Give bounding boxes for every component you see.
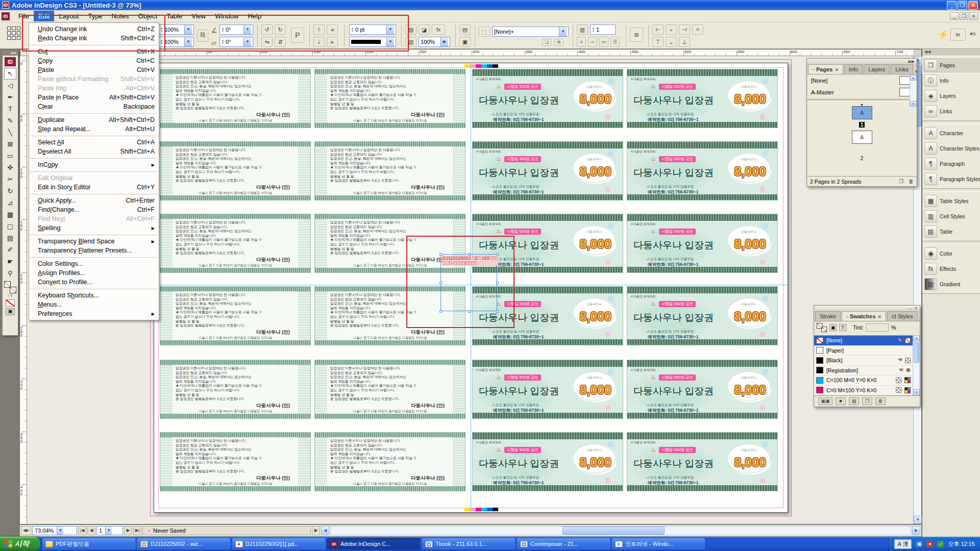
delete-swatch-button[interactable]: 🗑 (875, 397, 886, 405)
break-link-style-icon[interactable]: ⧉ (554, 39, 564, 46)
dock-item-paragraph[interactable]: ¶Paragraph (922, 156, 980, 171)
spread-1[interactable]: ▼ A 1 (807, 104, 917, 129)
menu-file[interactable]: File (14, 11, 34, 21)
doc-close-button[interactable]: ✕ (969, 12, 978, 20)
button-tool[interactable]: ✜ (4, 162, 16, 173)
tab-links[interactable]: Links (891, 64, 913, 74)
align-top-icon[interactable]: ≡ (577, 37, 586, 47)
close-button[interactable]: ✕ (968, 1, 978, 10)
free-transform-tool[interactable]: ▢ (4, 220, 16, 232)
taskbar-task[interactable]: e인트라넷 - Windo... (612, 538, 705, 549)
taskbar-task[interactable]: IDAdobe InDesign C... (327, 538, 420, 549)
pen-tool[interactable]: ✒ (4, 91, 16, 103)
constrain-proportions-icon[interactable]: ⛓ (197, 30, 208, 42)
align-left-edges-button[interactable]: ⊢ (652, 24, 664, 35)
dock-item-info[interactable]: ⓘInfo (922, 73, 980, 88)
ticket-back[interactable]: 입장권은 다둥사우나 입장에만 한 사용됩니다입장권은 현금 교환되지 않습니다… (314, 69, 465, 128)
selection-frame[interactable]: DJ110225002 □2□ 150□□□□ □□-□□□□/□□□□ (440, 254, 497, 311)
ticket-back[interactable]: 입장권은 다둥사우나 입장에만 한 사용됩니다입장권은 현금 교환되지 않습니다… (314, 432, 465, 491)
page-1-thumbnail[interactable]: A (852, 106, 872, 119)
flip-horizontal-button[interactable]: ⇋ (261, 37, 273, 47)
hand-tool[interactable]: ☛ (4, 256, 16, 267)
panel-divider[interactable] (807, 99, 917, 102)
menu-item-assign-profiles[interactable]: Assign Profiles... (29, 268, 159, 278)
rotate-ccw-button[interactable]: ↺ (261, 24, 273, 35)
toolbox-collapse-icon[interactable]: ▶▶ (3, 51, 18, 56)
selection-handle[interactable] (496, 310, 499, 313)
taskbar-task[interactable]: ▢DJ110225002 - wiz... (137, 538, 230, 549)
align-top-edges-button[interactable]: ⊤ (652, 37, 664, 47)
new-swatch-button[interactable]: ❐ (862, 397, 872, 405)
master-a-row[interactable]: A-Master (807, 86, 917, 98)
status-flyout-button[interactable]: ▶ (312, 526, 320, 535)
horizontal-scroll-thumb[interactable] (562, 527, 665, 535)
toolbox-fill-stroke-proxy[interactable] (4, 281, 16, 293)
masters-scrollbar[interactable]: ▲ ▼ (910, 75, 916, 107)
rotation-angle-field[interactable]: ▲▼0°▼ (219, 24, 253, 35)
bridge-icon[interactable]: Br (950, 29, 966, 41)
align-h-centers-button[interactable]: ⫟ (666, 24, 677, 35)
dock-item-table-styles[interactable]: ▦Table Styles (922, 193, 980, 209)
gradient-tool[interactable]: ▩ (4, 209, 16, 220)
ticket-front[interactable]: 4 대용안 회계처리♨시행일 500명 금포다둥사우나다둥사우나 입장권8,00… (627, 69, 778, 128)
menu-layout[interactable]: Layout (54, 11, 83, 21)
flip-vertical-button[interactable]: ⇵ (275, 37, 286, 47)
menu-item-paste-without-formatting[interactable]: Paste without FormattingShift+Ctrl+V (29, 74, 159, 84)
ruler-origin-corner[interactable] (20, 49, 27, 56)
tab-layers[interactable]: Layers (864, 64, 890, 74)
distribute-spacing-button[interactable]: ⌗ (692, 24, 703, 35)
justify-icon[interactable]: ☰ (610, 37, 620, 47)
minimize-button[interactable]: _ (947, 1, 957, 10)
stroke-weight-field[interactable]: ▲▼0 pt▼ (349, 24, 396, 35)
menu-notes[interactable]: Notes (107, 11, 134, 21)
master-none-row[interactable]: [None] (807, 74, 917, 86)
vertical-ruler[interactable]: 050100150200250300350400 (20, 56, 27, 524)
effects-fx-button[interactable]: fx (432, 24, 445, 35)
distribute-left-icon[interactable]: ⫷ (327, 24, 338, 35)
menu-item-copy[interactable]: CopyCtrl+C (29, 56, 159, 65)
swatches-panel-menu-icon[interactable]: ▾≡ (918, 316, 920, 321)
pasteboard[interactable]: 입장권은 다둥사우나 입장에만 한 사용됩니다입장권은 현금 교환되지 않습니다… (27, 56, 913, 524)
menu-item-preferences[interactable]: Preferences▶ (29, 309, 159, 318)
scroll-down-arrow[interactable]: ▼ (914, 516, 922, 524)
ticket-front[interactable]: 4 대용안 회계처리♨시행일 500명 금포다둥사우나다둥사우나 입장권8,00… (627, 214, 778, 273)
tab-pages[interactable]: ◦ Pages✕ (808, 64, 843, 74)
scale-tool[interactable]: ⊿ (4, 197, 16, 209)
selected-text-block[interactable]: DJ110225002 □2□ 150□□□□ □□-□□□□/□□□□ (442, 256, 498, 266)
show-gradient-swatches-button[interactable]: ▧ (849, 397, 859, 405)
apply-none-button[interactable] (6, 299, 15, 307)
dock-item-cell-styles[interactable]: ▥Cell Styles (922, 209, 980, 224)
menu-object[interactable]: Object (134, 11, 162, 21)
first-page-button[interactable]: |◀ (78, 526, 86, 535)
quick-apply-lightning-icon[interactable]: ⚡ (938, 30, 948, 39)
scale-y-field[interactable]: ▲▼100%▼ (158, 37, 194, 47)
distribute-right-icon[interactable]: ⫸ (327, 37, 338, 47)
toolbox-text-mode-icon[interactable]: T (10, 293, 13, 298)
dock-item-pages[interactable]: ❐Pages (922, 58, 980, 73)
align-center-icon[interactable]: ═ (588, 37, 597, 47)
menu-item-incopy[interactable]: InCopy▶ (29, 160, 159, 169)
menu-item-find-change[interactable]: Find/Change...Ctrl+F (29, 205, 159, 214)
clear-overrides-icon[interactable]: ❏ (542, 39, 551, 46)
menu-item-step-and-repeat[interactable]: Step and Repeat...Alt+Ctrl+U (29, 124, 159, 134)
tab-info[interactable]: Info (844, 64, 863, 74)
frame-tool[interactable]: ⊠ (4, 138, 16, 150)
dock-item-layers[interactable]: ◈Layers (922, 88, 980, 104)
tray-messenger-icon[interactable]: ✓ (937, 541, 944, 547)
eyedropper-tool[interactable]: ✐ (4, 244, 16, 256)
ticket-front[interactable]: 4 대용안 회계처리♨시행일 500명 금포다둥사우나다둥사우나 입장권8,00… (627, 141, 778, 201)
show-color-swatches-button[interactable]: ■ (836, 397, 846, 405)
menu-item-undo-change-ink[interactable]: Undo Change inkCtrl+Z (29, 24, 159, 34)
last-page-button[interactable]: ▶| (133, 526, 141, 535)
menu-item-menus[interactable]: Menus... (29, 300, 159, 309)
panel-close-icon[interactable]: ✕ (914, 306, 918, 311)
menu-type[interactable]: Type (83, 11, 107, 21)
rectangle-tool[interactable]: ▭ (4, 150, 16, 162)
dock-item-links[interactable]: ∞Links (922, 104, 980, 119)
restore-button[interactable]: ❐ (958, 1, 967, 10)
rotate-cw-button[interactable]: ↻ (275, 24, 286, 35)
ticket-front[interactable]: 4 대용안 회계처리♨시행일 500명 금포다둥사우나다둥사우나 입장권8,00… (472, 432, 623, 491)
align-right-edges-button[interactable]: ⊣ (679, 24, 690, 35)
ticket-back[interactable]: 입장권은 다둥사우나 입장에만 한 사용됩니다입장권은 현금 교환되지 않습니다… (314, 360, 465, 419)
object-style-field[interactable]: [None]+▼ (492, 27, 569, 37)
